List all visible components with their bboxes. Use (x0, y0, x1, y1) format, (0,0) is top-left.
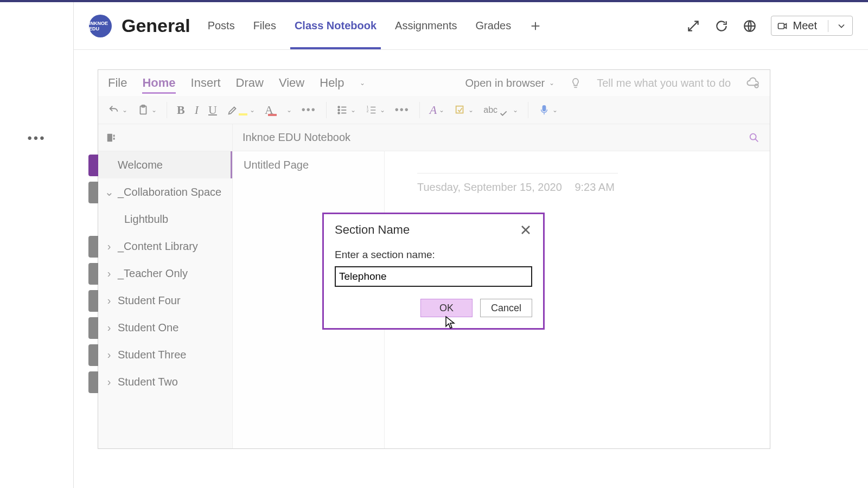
page-time: 9:23 AM (575, 181, 614, 193)
section-student-three[interactable]: › Student Three (98, 341, 232, 368)
chevron-down-icon: ⌄ (468, 106, 474, 114)
page-date: Tuesday, September 15, 2020 (417, 181, 562, 193)
divider (326, 102, 327, 118)
chevron-down-icon[interactable] (836, 21, 847, 31)
navigation-toggle-icon[interactable] (106, 132, 118, 144)
section-tab-stub (88, 317, 98, 339)
tags-button[interactable]: ⌄ (454, 104, 474, 116)
section-welcome[interactable]: Welcome (98, 151, 232, 178)
header-actions: Meet (686, 16, 853, 36)
reload-icon[interactable] (714, 19, 729, 33)
lightbulb-icon (570, 77, 582, 89)
section-student-two[interactable]: › Student Two (98, 368, 232, 395)
section-list: Welcome ⌄ _Collaboration Space Lightbulb… (98, 151, 233, 448)
section-content-library[interactable]: › _Content Library (98, 233, 232, 260)
ribbon-insert[interactable]: Insert (191, 70, 221, 96)
highlight-button[interactable]: ⌄ (227, 104, 255, 116)
more-apps-icon[interactable]: ••• (27, 131, 46, 146)
notebook-title: Inknoe EDU Notebook (242, 131, 350, 144)
chevron-right-icon[interactable]: › (104, 349, 114, 361)
clipboard-button[interactable]: ⌄ (137, 104, 157, 116)
numbering-button[interactable]: 12 ⌄ (366, 104, 385, 116)
tab-class-notebook[interactable]: Class Notebook (292, 2, 379, 49)
font-color-button[interactable]: A ⌄ (265, 103, 292, 117)
chevron-right-icon[interactable]: › (104, 267, 114, 280)
divider (419, 102, 420, 118)
italic-button[interactable]: I (195, 103, 199, 117)
chevron-down-icon: ⌄ (122, 106, 127, 114)
more-formatting-button[interactable]: ••• (302, 104, 316, 116)
chevron-right-icon[interactable]: › (104, 240, 114, 253)
ribbon-help[interactable]: Help (320, 70, 344, 96)
styles-button[interactable]: A ⌄ (430, 103, 444, 117)
meet-button[interactable]: Meet (771, 16, 853, 36)
sync-status-icon[interactable] (746, 76, 760, 90)
open-in-browser-button[interactable]: Open in browser ⌄ (465, 77, 554, 89)
section-name-input[interactable] (335, 266, 532, 287)
chevron-down-icon[interactable]: ⌄ (104, 185, 114, 198)
section-student-four[interactable]: › Student Four (98, 287, 232, 314)
title-divider (417, 173, 618, 174)
page-timestamp: Tuesday, September 15, 2020 9:23 AM (417, 181, 754, 194)
ribbon-draw[interactable]: Draw (236, 70, 264, 96)
search-icon[interactable] (748, 132, 760, 144)
section-student-one[interactable]: › Student One (98, 314, 232, 341)
tab-assignments[interactable]: Assignments (393, 2, 459, 49)
spellcheck-button[interactable]: abc ⌄ (483, 101, 518, 119)
teams-app-rail: ••• (0, 2, 74, 488)
ribbon-home[interactable]: Home (142, 70, 175, 96)
section-teacher-only[interactable]: › _Teacher Only (98, 260, 232, 287)
tab-files[interactable]: Files (251, 2, 278, 49)
open-in-browser-label: Open in browser (465, 77, 545, 89)
close-button[interactable] (519, 223, 532, 236)
section-label: Lightbulb (124, 213, 168, 226)
section-label: Welcome (118, 159, 163, 171)
chevron-right-icon[interactable]: › (104, 376, 114, 388)
svg-rect-21 (107, 133, 112, 142)
ribbon-file[interactable]: File (108, 70, 127, 96)
divider (167, 102, 167, 118)
dialog-label: Enter a section name: (335, 249, 532, 261)
section-tab-stub (88, 236, 98, 258)
ribbon-more[interactable]: ⌄ (360, 70, 365, 96)
section-label: _Teacher Only (118, 267, 188, 280)
section-label: Student Three (118, 349, 186, 361)
chevron-down-icon: ⌄ (250, 106, 255, 114)
ribbon-view[interactable]: View (279, 70, 304, 96)
chevron-down-icon: ⌄ (439, 106, 444, 114)
channel-header: INKNOE EDU General Posts Files Class Not… (74, 2, 868, 50)
expand-icon[interactable] (686, 19, 700, 33)
tab-posts[interactable]: Posts (206, 2, 237, 49)
chevron-down-icon: ⌄ (513, 106, 518, 114)
globe-icon[interactable] (743, 19, 757, 33)
chevron-down-icon: ⌄ (380, 106, 385, 114)
cancel-button[interactable]: Cancel (480, 299, 532, 317)
chevron-right-icon[interactable]: › (104, 294, 114, 307)
channel-title: General (122, 15, 190, 36)
undo-button[interactable]: ⌄ (108, 104, 127, 116)
tab-grades[interactable]: Grades (474, 2, 514, 49)
more-paragraph-button[interactable]: ••• (395, 104, 410, 116)
section-label: _Collaboration Space (118, 186, 221, 198)
ok-button[interactable]: OK (420, 299, 473, 317)
section-label: Student Four (118, 294, 181, 307)
bold-button[interactable]: B (177, 103, 185, 117)
page-untitled[interactable]: Untitled Page (244, 159, 373, 171)
section-tab-stub (88, 344, 98, 366)
section-label: _Content Library (118, 240, 198, 253)
team-avatar[interactable]: INKNOE EDU (89, 15, 112, 37)
mouse-cursor-icon (445, 316, 456, 330)
section-tab-stub (88, 182, 98, 203)
underline-button[interactable]: U (208, 103, 217, 117)
tell-me-input[interactable]: Tell me what you want to do (597, 77, 731, 89)
section-collaboration-space[interactable]: ⌄ _Collaboration Space (98, 178, 232, 206)
section-tab-stub (88, 155, 98, 176)
add-tab-button[interactable] (527, 2, 544, 49)
bullets-button[interactable]: ⌄ (336, 104, 356, 116)
dialog-title: Section Name (335, 223, 410, 237)
chevron-right-icon[interactable]: › (104, 322, 114, 334)
section-lightbulb[interactable]: Lightbulb (98, 206, 232, 233)
svg-rect-23 (113, 138, 115, 140)
dictate-button[interactable]: ⌄ (538, 104, 558, 116)
section-tab-stub (88, 290, 98, 312)
